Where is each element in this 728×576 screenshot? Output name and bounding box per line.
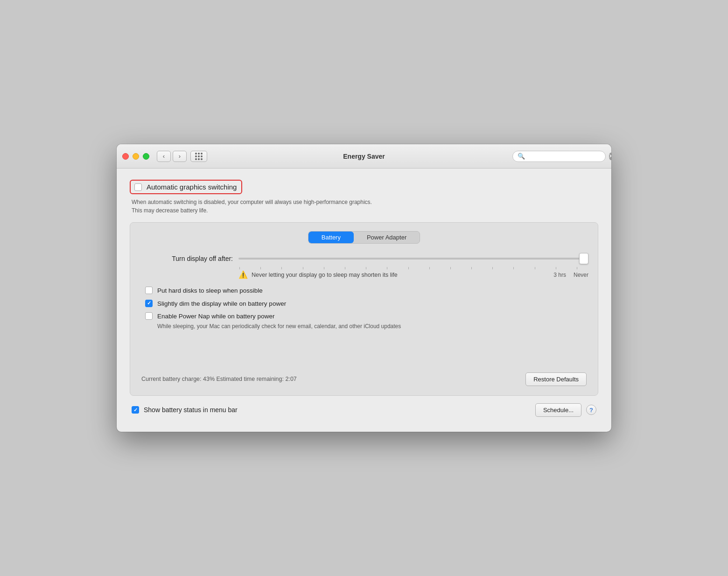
footer-section: Show battery status in menu bar Schedule… xyxy=(130,396,598,421)
tick-mark xyxy=(366,267,366,269)
warning-text: Never letting your display go to sleep m… xyxy=(252,272,398,278)
restore-defaults-button[interactable]: Restore Defaults xyxy=(525,372,587,386)
tick-mark xyxy=(260,267,261,269)
warning-icon: ⚠️ xyxy=(238,270,248,279)
title-bar: ‹ › Energy Saver 🔍 ✕ xyxy=(117,144,611,169)
tab-power-adapter[interactable]: Power Adapter xyxy=(354,232,420,243)
display-row: Turn display off after: xyxy=(140,253,588,264)
slider-track xyxy=(238,258,588,260)
maximize-button[interactable] xyxy=(143,153,149,160)
tick-mark xyxy=(471,267,472,269)
nav-buttons: ‹ › xyxy=(157,151,187,162)
auto-graphics-label: Automatic graphics switching xyxy=(147,183,237,191)
tick-mark xyxy=(450,267,451,269)
power-nap-row: Enable Power Nap while on battery power xyxy=(145,312,588,321)
search-clear-button[interactable]: ✕ xyxy=(609,153,611,160)
display-section: Turn display off after: xyxy=(140,253,588,279)
warning-row: ⚠️ Never letting your display go to slee… xyxy=(140,270,588,279)
grid-view-button[interactable] xyxy=(190,151,207,162)
dim-display-label: Slightly dim the display while on batter… xyxy=(157,300,286,308)
label-never: Never xyxy=(574,272,588,278)
energy-saver-window: ‹ › Energy Saver 🔍 ✕ xyxy=(117,144,611,431)
tick-mark xyxy=(324,267,324,269)
tick-mark xyxy=(345,267,345,269)
minimize-button[interactable] xyxy=(133,153,139,160)
grid-icon xyxy=(195,153,203,160)
content-area: Automatic graphics switching When automa… xyxy=(117,169,611,431)
forward-icon: › xyxy=(179,153,181,160)
search-icon: 🔍 xyxy=(518,153,525,160)
hard-disks-label: Put hard disks to sleep when possible xyxy=(157,287,263,295)
tabs-container: Battery Power Adapter xyxy=(140,231,588,244)
tick-mark xyxy=(239,267,240,269)
spacer xyxy=(140,335,588,363)
auto-graphics-description: When automatic switching is disabled, yo… xyxy=(132,198,598,215)
tick-mark xyxy=(303,267,303,269)
search-input[interactable] xyxy=(528,153,606,160)
tick-mark xyxy=(556,267,556,269)
tick-mark xyxy=(513,267,514,269)
dim-display-checkbox[interactable] xyxy=(145,300,153,307)
battery-status: Current battery charge: 43% Estimated ti… xyxy=(141,376,297,382)
tick-mark xyxy=(281,267,282,269)
back-button[interactable]: ‹ xyxy=(157,151,171,162)
help-button[interactable]: ? xyxy=(586,405,596,415)
tick-mark xyxy=(429,267,430,269)
slider-container xyxy=(238,253,588,264)
schedule-button[interactable]: Schedule... xyxy=(535,403,581,417)
power-nap-label: Enable Power Nap while on battery power xyxy=(157,312,274,321)
close-button[interactable] xyxy=(122,153,129,160)
hard-disks-checkbox[interactable] xyxy=(145,287,153,294)
slider-thumb[interactable] xyxy=(579,253,588,264)
tick-mark xyxy=(577,267,577,269)
tabs-group: Battery Power Adapter xyxy=(308,231,420,244)
auto-graphics-section: Automatic graphics switching When automa… xyxy=(130,180,598,215)
hard-disks-row: Put hard disks to sleep when possible xyxy=(145,287,588,295)
power-nap-checkbox[interactable] xyxy=(145,312,153,320)
show-battery-label: Show battery status in menu bar xyxy=(144,406,238,414)
checkboxes-section: Put hard disks to sleep when possible Sl… xyxy=(140,287,588,330)
forward-button[interactable]: › xyxy=(173,151,187,162)
tick-mark xyxy=(387,267,387,269)
search-bar: 🔍 ✕ xyxy=(512,151,606,162)
back-icon: ‹ xyxy=(163,153,165,160)
label-3hrs: 3 hrs xyxy=(553,272,566,278)
tab-panel: Battery Power Adapter Turn display off a… xyxy=(130,222,598,395)
tick-mark xyxy=(535,267,535,269)
traffic-lights xyxy=(122,153,149,160)
show-battery-row: Show battery status in menu bar xyxy=(132,406,238,414)
auto-graphics-row: Automatic graphics switching xyxy=(130,180,242,194)
footer-right: Schedule... ? xyxy=(535,403,596,417)
tab-battery[interactable]: Battery xyxy=(308,232,354,243)
auto-graphics-checkbox[interactable] xyxy=(134,183,142,191)
tick-mark xyxy=(408,267,409,269)
dim-display-row: Slightly dim the display while on batter… xyxy=(145,300,588,308)
display-label: Turn display off after: xyxy=(140,255,233,262)
tick-mark xyxy=(492,267,493,269)
bottom-section: Current battery charge: 43% Estimated ti… xyxy=(140,372,588,386)
power-nap-description: While sleeping, your Mac can periodicall… xyxy=(157,323,588,330)
window-title: Energy Saver xyxy=(343,153,385,160)
show-battery-checkbox[interactable] xyxy=(132,406,139,414)
